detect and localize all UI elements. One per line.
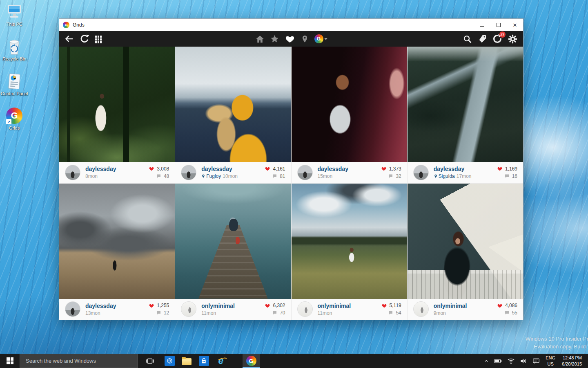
username-link[interactable]: daylessday (318, 166, 349, 172)
titlebar[interactable]: G Grids ✕ (59, 19, 523, 31)
username-link[interactable]: onlyminimal (201, 303, 235, 309)
chevron-down-icon (324, 38, 327, 40)
map-pin-icon (434, 174, 438, 179)
like-count: 4,161 (273, 166, 285, 172)
comment-icon (272, 174, 277, 179)
post-age: 10mon (223, 173, 238, 179)
taskbar-edge-button[interactable] (161, 354, 178, 368)
maximize-button[interactable] (490, 19, 507, 31)
wifi-icon (507, 358, 515, 364)
home-button[interactable] (255, 34, 265, 44)
desktop-icon-recycle-bin[interactable]: Recycle Bin (1, 38, 28, 61)
heart-icon (381, 303, 387, 308)
store-icon (199, 356, 209, 366)
minimize-button[interactable] (474, 19, 490, 31)
post-photo[interactable] (408, 184, 523, 299)
nearby-button[interactable] (301, 34, 309, 44)
action-center-button[interactable] (530, 354, 542, 368)
favorites-button[interactable] (270, 34, 279, 44)
settings-button[interactable] (508, 34, 517, 44)
home-icon (255, 34, 265, 44)
notifications-button[interactable]: 27 (492, 34, 502, 44)
post-photo[interactable] (292, 184, 407, 299)
avatar[interactable] (413, 165, 429, 180)
network-button[interactable] (505, 354, 517, 368)
comment-icon (156, 174, 161, 179)
username-link[interactable]: daylessday (85, 166, 116, 172)
comment-icon (504, 310, 510, 315)
tags-button[interactable] (478, 34, 487, 43)
desktop-icon-label: Control Panel (1, 91, 28, 96)
username-link[interactable]: daylessday (434, 166, 472, 172)
post-age: 15mon (318, 173, 333, 179)
desktop-icon-grids[interactable]: G ↗ Grids (1, 107, 28, 130)
avatar[interactable] (181, 301, 196, 317)
comment-count: 81 (280, 173, 285, 179)
desktop-icon-this-pc[interactable]: This PC (1, 3, 28, 27)
avatar[interactable] (65, 301, 80, 317)
post-card: daylessday 8mon 3,008 48 (59, 47, 175, 183)
volume-button[interactable] (518, 354, 530, 368)
post-photo[interactable] (59, 47, 175, 162)
avatar[interactable] (297, 165, 313, 180)
location-link[interactable]: Fugloy (201, 173, 221, 179)
control-panel-icon (5, 73, 23, 90)
task-view-button[interactable] (141, 354, 158, 368)
post-photo[interactable] (175, 184, 291, 299)
taskbar-search[interactable] (20, 354, 138, 368)
account-button[interactable]: G (314, 34, 327, 43)
clock[interactable]: 12:48 PM 6/20/2015 (559, 355, 585, 367)
show-hidden-icons-button[interactable] (481, 354, 491, 368)
comment-count: 54 (396, 310, 401, 316)
comment-count: 32 (396, 173, 401, 179)
action-center-icon (532, 358, 540, 364)
post-photo[interactable] (59, 184, 175, 299)
comment-icon (388, 174, 393, 179)
avatar[interactable] (297, 301, 313, 317)
post-photo[interactable] (408, 47, 523, 162)
comment-count: 48 (164, 173, 169, 179)
username-link[interactable]: onlyminimal (434, 303, 467, 309)
heart-icon (265, 166, 270, 171)
taskbar-internet-explorer-button[interactable]: e (212, 354, 229, 368)
post-card: onlyminimal 9mon 4,086 55 (408, 184, 523, 320)
comment-count: 12 (164, 310, 169, 316)
back-button[interactable] (64, 34, 74, 44)
like-count: 3,008 (157, 166, 169, 172)
post-photo[interactable] (175, 47, 291, 162)
post-age: 9mon (434, 310, 446, 316)
language-indicator[interactable]: ENG US (543, 355, 558, 367)
edge-icon (165, 356, 175, 366)
close-button[interactable]: ✕ (507, 19, 523, 31)
window-app-icon: G (63, 22, 69, 28)
notification-badge: 27 (499, 31, 506, 38)
username-link[interactable]: daylessday (85, 303, 116, 309)
comment-icon (156, 310, 161, 315)
avatar[interactable] (181, 165, 196, 180)
post-card: daylessday Sigulda 17mon 1,169 16 (408, 47, 523, 183)
likes-button[interactable] (285, 34, 295, 44)
heart-icon (497, 303, 503, 308)
heart-icon (149, 166, 154, 171)
desktop-icon-control-panel[interactable]: Control Panel (1, 73, 28, 96)
start-button[interactable] (0, 354, 20, 368)
post-card: onlyminimal 11mon 5,119 54 (292, 184, 407, 320)
like-count: 1,255 (157, 303, 169, 308)
battery-button[interactable] (492, 354, 504, 368)
post-age: 17mon (457, 173, 472, 179)
search-input[interactable] (20, 358, 138, 364)
refresh-button[interactable] (80, 34, 89, 44)
avatar[interactable] (65, 165, 80, 180)
location-link[interactable]: Sigulda (434, 173, 455, 179)
post-photo[interactable] (292, 47, 407, 162)
taskbar-file-explorer-button[interactable] (178, 354, 195, 368)
comment-count: 70 (280, 310, 285, 316)
taskbar-grids-button[interactable]: G (243, 354, 260, 368)
file-explorer-icon (182, 358, 192, 365)
username-link[interactable]: onlyminimal (318, 303, 351, 309)
taskbar-store-button[interactable] (195, 354, 212, 368)
search-button[interactable] (463, 34, 472, 44)
avatar[interactable] (413, 301, 429, 317)
grids-app-icon: G ↗ (5, 107, 23, 124)
username-link[interactable]: daylessday (201, 166, 238, 172)
